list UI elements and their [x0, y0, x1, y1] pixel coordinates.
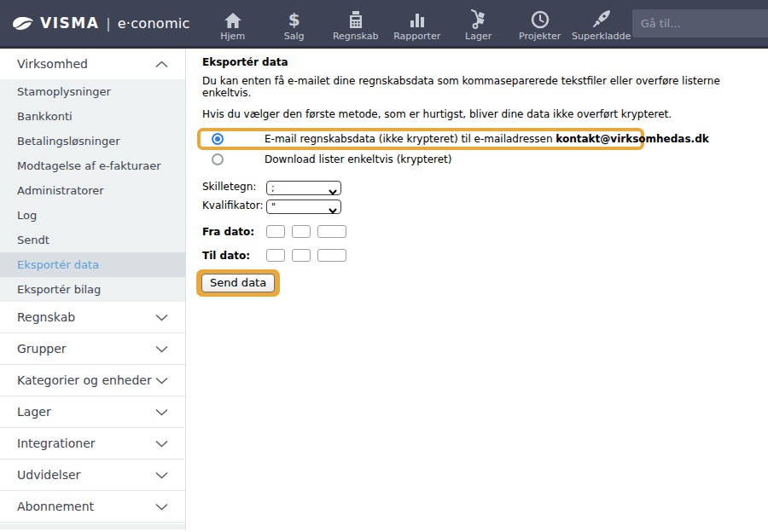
sidebar-section-label: Grupper	[17, 342, 67, 356]
sidebar-section-udvidelser[interactable]: Udvidelser	[0, 460, 185, 491]
sidebar-item-eksporter-data[interactable]: Eksportér data	[0, 252, 185, 277]
sidebar-item-label: Sendt	[17, 234, 49, 246]
export-email-address: kontakt@virksomhedas.dk	[556, 133, 708, 145]
sidebar-section-label: Kategorier og enheder	[17, 373, 152, 387]
fra-dato-row: Fra dato:	[202, 225, 768, 238]
nav-item-projekter[interactable]: Projekter	[509, 5, 571, 42]
intro-paragraph-1: Du kan enten få e-mailet dine regnskabsd…	[202, 75, 768, 99]
radio-email-export[interactable]	[212, 133, 224, 145]
nav-item-superkladde[interactable]: Superkladde	[571, 5, 632, 42]
sidebar-section-label: Udvidelser	[17, 468, 80, 482]
nav-label: Lager	[465, 31, 492, 42]
sidebar-section-virksomhed[interactable]: Virksomhed	[0, 49, 185, 79]
visma-economic-logo[interactable]: VISMA | e·conomic	[12, 0, 190, 46]
sidebar-section-label: Regnskab	[17, 310, 75, 324]
fra-dato-label: Fra dato:	[202, 226, 266, 238]
brand-visma-text: VISMA	[40, 14, 99, 32]
chevron-down-icon	[155, 342, 168, 356]
sidebar-item-sendt[interactable]: Sendt	[0, 228, 185, 252]
sidebar-item-label: Bankkonti	[17, 110, 73, 123]
nav-item-regnskab[interactable]: Regnskab	[325, 5, 387, 42]
sidebar-item-betalingslosninger[interactable]: Betalingsløsninger	[0, 129, 185, 153]
sidebar-item-label: Eksportér bilag	[17, 283, 101, 296]
dollar-icon: $	[288, 9, 300, 29]
til-dato-month-input[interactable]	[292, 249, 311, 262]
sidebar-item-label: Eksportér data	[17, 258, 99, 271]
highlight-annotation-box: E-mail regnskabsdata (ikke krypteret) ti…	[197, 128, 644, 150]
chevron-up-icon	[155, 57, 168, 71]
radio-email-export-label[interactable]: E-mail regnskabsdata (ikke krypteret) ti…	[265, 133, 709, 145]
page-title: Eksportér data	[202, 56, 768, 68]
fra-dato-year-input[interactable]	[317, 225, 346, 238]
sidebar-item-label: Stamoplysninger	[17, 85, 111, 98]
chevron-down-icon	[155, 310, 168, 324]
kvalifikator-label: Kvalifikator:	[202, 200, 266, 211]
kvalifikator-row: Kvalifikator: "	[202, 197, 768, 214]
sidebar-section-label: Virksomhed	[17, 57, 88, 71]
main-nav: Hjem $ Salg Regnskab	[202, 5, 632, 42]
sidebar-virksomhed-items: Stamoplysninger Bankkonti Betalingsløsni…	[0, 79, 185, 302]
sidebar-section-label: Integrationer	[17, 437, 96, 450]
sidebar-section-kategorier-og-enheder[interactable]: Kategorier og enheder	[0, 365, 185, 396]
sidebar-footer-strip	[0, 524, 185, 529]
sidebar-section-abonnement[interactable]: Abonnement	[0, 491, 185, 523]
skilletegn-select[interactable]: ;	[266, 181, 341, 195]
nav-item-rapporter[interactable]: Rapporter	[387, 5, 448, 42]
sidebar-section-label: Abonnement	[17, 500, 94, 513]
sidebar-item-administratorer[interactable]: Administratorer	[0, 178, 185, 203]
home-icon	[224, 9, 242, 29]
nav-label: Rapporter	[393, 31, 440, 42]
sidebar-section-integrationer[interactable]: Integrationer	[0, 428, 185, 460]
main-content: Eksportér data Du kan enten få e-mailet …	[186, 49, 768, 529]
til-dato-year-input[interactable]	[317, 249, 346, 262]
sidebar-item-label: Betalingsløsninger	[17, 135, 120, 147]
send-data-button[interactable]: Send data	[201, 274, 275, 292]
nav-label: Salg	[284, 31, 305, 42]
brand-product-text: e·conomic	[118, 15, 190, 32]
sidebar-item-label: Modtagelse af e-fakturaer	[17, 159, 161, 172]
til-dato-row: Til dato:	[202, 249, 768, 262]
nav-item-lager[interactable]: Lager	[448, 5, 509, 42]
sidebar-section-lager[interactable]: Lager	[0, 396, 185, 428]
radio-row-download: Download lister enkeltvis (krypteret)	[202, 152, 768, 166]
sidebar-item-bankkonti[interactable]: Bankkonti	[0, 104, 185, 129]
sidebar-item-modtagelse-af-e-fakturaer[interactable]: Modtagelse af e-fakturaer	[0, 153, 185, 178]
radio-label-text: E-mail regnskabsdata (ikke krypteret) ti…	[265, 133, 556, 145]
nav-item-hjem[interactable]: Hjem	[202, 5, 264, 42]
chevron-down-icon	[155, 500, 168, 513]
kvalifikator-select[interactable]: "	[266, 200, 341, 214]
skilletegn-label: Skilletegn:	[202, 181, 266, 193]
sidebar-item-log[interactable]: Log	[0, 203, 185, 228]
fra-dato-month-input[interactable]	[292, 225, 311, 238]
nav-label: Regnskab	[333, 31, 379, 42]
sidebar-item-eksporter-bilag[interactable]: Eksportér bilag	[0, 277, 185, 302]
radio-download-export-label[interactable]: Download lister enkeltvis (krypteret)	[265, 153, 451, 165]
visma-swoosh-icon	[12, 16, 34, 31]
sidebar: Virksomhed Stamoplysninger Bankkonti Bet…	[0, 49, 186, 529]
calculator-icon	[347, 9, 364, 29]
til-dato-label: Til dato:	[202, 250, 266, 262]
til-dato-day-input[interactable]	[266, 249, 285, 262]
nav-label: Superkladde	[572, 31, 631, 42]
radio-label-text: Download lister enkeltvis (krypteret)	[265, 153, 451, 165]
radio-download-export[interactable]	[212, 153, 224, 165]
sidebar-item-stamoplysninger[interactable]: Stamoplysninger	[0, 79, 185, 104]
nav-item-salg[interactable]: $ Salg	[264, 5, 325, 42]
nav-label: Projekter	[519, 31, 561, 42]
sidebar-section-regnskab[interactable]: Regnskab	[0, 302, 185, 333]
top-navigation-bar: VISMA | e·conomic Hjem $ Salg	[0, 0, 768, 49]
chevron-down-icon	[155, 405, 168, 419]
rocket-icon	[591, 9, 611, 29]
clock-icon	[531, 9, 550, 29]
intro-paragraph-2: Hvis du vælger den første metode, som er…	[202, 108, 768, 120]
chevron-down-icon	[155, 437, 168, 450]
goto-search-input[interactable]	[632, 9, 768, 38]
chevron-down-icon	[155, 468, 168, 482]
skilletegn-row: Skilletegn: ;	[202, 178, 768, 195]
brand-divider: |	[106, 15, 110, 32]
sidebar-item-label: Log	[17, 209, 37, 222]
fra-dato-day-input[interactable]	[266, 225, 285, 238]
sidebar-item-label: Administratorer	[17, 184, 104, 197]
chevron-down-icon	[155, 373, 168, 387]
sidebar-section-grupper[interactable]: Grupper	[0, 333, 185, 365]
